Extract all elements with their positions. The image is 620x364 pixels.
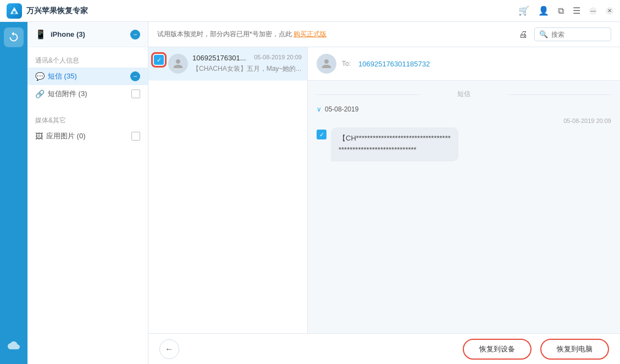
left-panel: 📱 iPhone (3) − 通讯&个人信息 💬 短信 (35) − 🔗 短信附… bbox=[27, 22, 148, 364]
nav-group-title-media: 媒体&其它 bbox=[27, 111, 148, 127]
sms-bubble-checkbox[interactable]: ✓ bbox=[317, 130, 326, 139]
title-bar-controls: 🛒 👤 ⧉ ☰ — ✕ bbox=[518, 5, 613, 16]
search-icon: 🔍 bbox=[539, 30, 548, 38]
detail-section-title: 短信 bbox=[317, 89, 611, 99]
nav-section-media: 媒体&其它 🖼 应用图片 (0) bbox=[27, 107, 148, 149]
buy-link[interactable]: 购买正式版 bbox=[294, 30, 326, 38]
trial-notice-text: 试用版本预览时，部分内容已用*号加密，点此 bbox=[157, 30, 292, 38]
sms-bubble-wrapper: ✓ 【CH***********************************… bbox=[317, 127, 611, 161]
minimize-button[interactable]: — bbox=[589, 7, 597, 15]
sms-minus-button[interactable]: − bbox=[130, 71, 140, 81]
device-collapse-button[interactable]: − bbox=[130, 30, 140, 40]
message-checkbox[interactable]: ✓ bbox=[154, 55, 164, 65]
chevron-down-icon: ∨ bbox=[317, 105, 322, 113]
msg-timestamp: 05-08-2019 20:09 bbox=[317, 117, 611, 124]
nav-section-comms: 通讯&个人信息 💬 短信 (35) − 🔗 短信附件 (3) bbox=[27, 47, 148, 107]
app-title: 万兴苹果恢复专家 bbox=[26, 6, 88, 16]
restore-to-device-button[interactable]: 恢复到设备 bbox=[463, 339, 532, 360]
message-content: 106925176301... 05-08-2019 20:09 【CHACHA… bbox=[192, 54, 302, 74]
search-input[interactable] bbox=[551, 31, 606, 38]
cart-icon[interactable]: 🛒 bbox=[518, 5, 529, 16]
device-header: 📱 iPhone (3) − bbox=[27, 22, 148, 47]
message-layout: ✓ 106925176301... 05-08-2019 20:09 【CHAC… bbox=[148, 47, 620, 333]
search-box[interactable]: 🔍 bbox=[534, 27, 611, 41]
nav-group-title-comms: 通讯&个人信息 bbox=[27, 52, 148, 68]
nav-item-sms-attachment[interactable]: 🔗 短信附件 (3) bbox=[27, 85, 148, 103]
topbar-right: 🖨 🔍 bbox=[519, 27, 611, 41]
trial-notice: 试用版本预览时，部分内容已用*号加密，点此 购买正式版 bbox=[157, 30, 326, 39]
photos-icon: 🖼 bbox=[35, 132, 43, 141]
date-group-header: ∨ 05-08-2019 bbox=[317, 105, 611, 113]
print-icon[interactable]: 🖨 bbox=[519, 30, 528, 40]
message-sender: 106925176301... bbox=[192, 54, 246, 62]
sidebar-item-recover[interactable] bbox=[4, 27, 24, 47]
message-time: 05-08-2019 20:09 bbox=[254, 54, 302, 60]
message-item[interactable]: ✓ 106925176301... 05-08-2019 20:09 【CHAC… bbox=[148, 47, 307, 81]
close-button[interactable]: ✕ bbox=[606, 7, 613, 15]
nav-item-app-photos[interactable]: 🖼 应用图片 (0) bbox=[27, 127, 148, 145]
message-header: 106925176301... 05-08-2019 20:09 bbox=[192, 54, 302, 62]
title-bar: 万兴苹果恢复专家 🛒 👤 ⧉ ☰ — ✕ bbox=[0, 0, 620, 22]
sidebar-item-cloud[interactable] bbox=[4, 335, 24, 355]
display-icon[interactable]: ⧉ bbox=[558, 6, 564, 16]
detail-to-label: To: bbox=[342, 60, 351, 68]
user-icon[interactable]: 👤 bbox=[538, 5, 549, 16]
icon-sidebar bbox=[0, 22, 27, 364]
sms-attachment-checkbox[interactable] bbox=[131, 89, 140, 98]
message-preview: 【CHACHA女装】五月，May~她的... bbox=[192, 64, 302, 74]
content-area: 试用版本预览时，部分内容已用*号加密，点此 购买正式版 🖨 🔍 ✓ bbox=[148, 22, 620, 364]
date-group-label: 05-08-2019 bbox=[325, 105, 358, 113]
detail-body: 短信 ∨ 05-08-2019 05-08-2019 20:09 ✓ 【CH**… bbox=[308, 81, 620, 333]
menu-icon[interactable]: ☰ bbox=[573, 5, 580, 16]
attachment-icon: 🔗 bbox=[35, 89, 45, 98]
restore-to-pc-button[interactable]: 恢复到电脑 bbox=[540, 339, 609, 360]
nav-item-sms-label: 短信 (35) bbox=[48, 71, 77, 81]
svg-point-1 bbox=[13, 11, 15, 14]
detail-header: To: 106925176301185732 bbox=[308, 47, 620, 81]
message-avatar bbox=[168, 54, 188, 74]
content-topbar: 试用版本预览时，部分内容已用*号加密，点此 购买正式版 🖨 🔍 bbox=[148, 22, 620, 47]
message-list: ✓ 106925176301... 05-08-2019 20:09 【CHAC… bbox=[148, 47, 308, 333]
app-photos-checkbox[interactable] bbox=[131, 132, 140, 141]
sms-bubble-text: 【CH*************************************… bbox=[339, 134, 451, 154]
device-phone-icon: 📱 bbox=[35, 29, 46, 40]
detail-avatar bbox=[317, 54, 336, 74]
back-button[interactable]: ← bbox=[159, 339, 179, 359]
detail-to-number: 106925176301185732 bbox=[358, 60, 430, 68]
nav-item-sms-attachment-label: 短信附件 (3) bbox=[48, 89, 87, 99]
detail-pane: To: 106925176301185732 短信 ∨ 05-08-2019 0… bbox=[308, 47, 620, 333]
nav-item-app-photos-label: 应用图片 (0) bbox=[46, 131, 86, 141]
sms-icon: 💬 bbox=[35, 72, 45, 81]
device-header-left: 📱 iPhone (3) bbox=[35, 29, 85, 40]
app-logo bbox=[7, 3, 22, 19]
main-layout: 📱 iPhone (3) − 通讯&个人信息 💬 短信 (35) − 🔗 短信附… bbox=[0, 22, 620, 364]
icon-sidebar-bottom bbox=[4, 335, 24, 355]
bottom-bar: ← 恢复到设备 恢复到电脑 bbox=[148, 333, 620, 364]
nav-item-sms[interactable]: 💬 短信 (35) − bbox=[27, 68, 148, 85]
title-bar-left: 万兴苹果恢复专家 bbox=[7, 3, 88, 19]
sms-bubble: 【CH*************************************… bbox=[331, 127, 458, 161]
device-name: iPhone (3) bbox=[51, 30, 85, 38]
bottom-actions: 恢复到设备 恢复到电脑 bbox=[463, 339, 609, 360]
